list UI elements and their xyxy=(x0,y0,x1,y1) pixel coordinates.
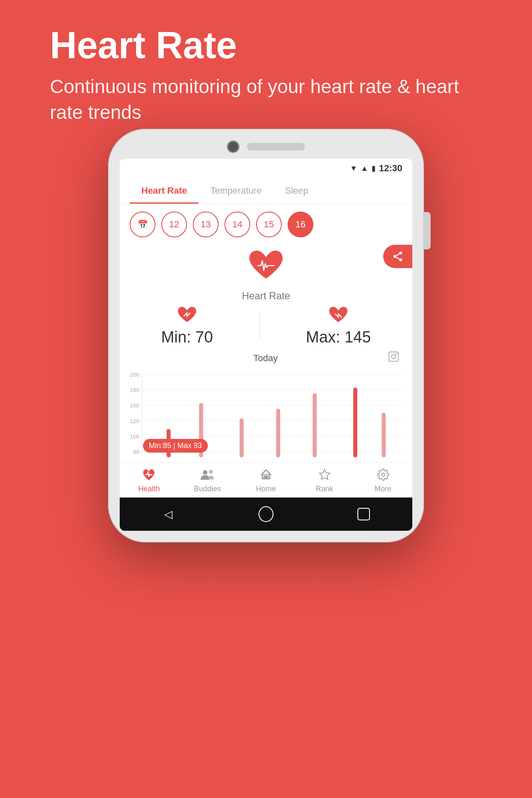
hero-subtitle: Continuous monitoring of your heart rate… xyxy=(50,74,482,125)
phone-screen: ▼ ▲ ▮ 12:30 Heart Rate Temperature Sleep xyxy=(120,159,412,531)
svg-marker-31 xyxy=(319,470,330,480)
status-bar: ▼ ▲ ▮ 12:30 xyxy=(120,159,412,178)
rank-label: Rank xyxy=(316,485,333,493)
recents-square xyxy=(357,508,370,520)
android-nav-bar: ◁ xyxy=(120,498,412,531)
svg-point-32 xyxy=(382,473,385,476)
signal-icon: ▲ xyxy=(361,164,368,173)
nav-more[interactable]: More xyxy=(354,463,412,498)
tab-heart-rate[interactable]: Heart Rate xyxy=(130,178,199,204)
min-max-divider xyxy=(259,312,260,341)
health-icon xyxy=(142,468,156,483)
svg-point-28 xyxy=(203,470,207,475)
buddies-label: Buddies xyxy=(194,485,221,493)
home-button[interactable] xyxy=(259,507,273,522)
bottom-nav: Health Buddies xyxy=(120,462,412,498)
hero-title: Heart Rate xyxy=(50,25,482,66)
svg-text:160: 160 xyxy=(130,402,140,409)
chart-export-icon[interactable] xyxy=(387,350,400,366)
svg-text:200: 200 xyxy=(130,372,140,378)
phone-shell: ▼ ▲ ▮ 12:30 Heart Rate Temperature Sleep xyxy=(108,129,424,542)
svg-text:180: 180 xyxy=(130,387,140,393)
min-heart-icon xyxy=(177,306,197,328)
recents-button[interactable] xyxy=(356,507,371,522)
speaker xyxy=(247,143,305,150)
nav-health[interactable]: Health xyxy=(120,463,178,498)
max-value: Max: 145 xyxy=(306,328,371,346)
phone-top-hardware xyxy=(120,140,412,153)
max-heart-icon xyxy=(328,306,349,328)
home-label: Home xyxy=(256,485,276,493)
more-label: More xyxy=(374,485,392,493)
nav-buddies[interactable]: Buddies xyxy=(178,463,237,498)
front-camera xyxy=(227,140,239,153)
phone-mockup: ▼ ▲ ▮ 12:30 Heart Rate Temperature Sleep xyxy=(108,129,424,542)
home-icon xyxy=(259,468,273,483)
more-icon xyxy=(376,468,390,483)
heart-rate-label: Heart Rate xyxy=(242,290,290,302)
svg-point-29 xyxy=(209,470,213,474)
hero-section: Heart Rate Continuous monitoring of your… xyxy=(50,25,482,125)
chart-spacer xyxy=(132,353,144,363)
date-12[interactable]: 12 xyxy=(161,212,187,237)
chart-header: Today xyxy=(128,350,404,366)
clock: 12:30 xyxy=(379,163,402,174)
date-15[interactable]: 15 xyxy=(256,212,282,237)
buddies-icon xyxy=(200,468,215,483)
svg-line-3 xyxy=(396,257,399,259)
date-row: 📅 12 13 14 15 16 xyxy=(120,204,412,245)
min-max-row: Min: 70 Max: xyxy=(130,306,402,346)
chart-today-label: Today xyxy=(254,353,278,364)
svg-line-7 xyxy=(396,353,397,355)
svg-text:80: 80 xyxy=(133,449,140,455)
calendar-button[interactable]: 📅 xyxy=(130,212,155,237)
tab-bar: Heart Rate Temperature Sleep xyxy=(120,178,412,204)
heart-rate-icon xyxy=(247,249,285,287)
date-16[interactable]: 16 xyxy=(288,212,313,237)
wifi-icon: ▼ xyxy=(350,164,357,173)
rank-icon xyxy=(318,468,332,483)
chart-tooltip: Min:85 | Max 93 xyxy=(143,439,208,453)
svg-text:120: 120 xyxy=(130,418,140,424)
battery-icon: ▮ xyxy=(372,164,376,173)
status-icons: ▼ ▲ ▮ 12:30 xyxy=(350,163,402,174)
min-block: Min: 70 xyxy=(161,306,213,346)
date-13[interactable]: 13 xyxy=(193,212,219,237)
share-button[interactable] xyxy=(383,245,412,268)
heart-rate-display: Heart Rate Min: 70 xyxy=(120,245,412,350)
svg-point-0 xyxy=(399,251,402,254)
svg-line-4 xyxy=(396,254,399,256)
power-button xyxy=(424,212,431,249)
tab-sleep[interactable]: Sleep xyxy=(273,178,320,204)
svg-point-1 xyxy=(394,255,397,258)
svg-point-2 xyxy=(399,259,402,261)
chart-container: 200 180 160 120 100 80 xyxy=(128,369,404,462)
svg-text:100: 100 xyxy=(130,433,140,440)
back-button[interactable]: ◁ xyxy=(161,507,176,522)
nav-rank[interactable]: Rank xyxy=(295,463,354,498)
date-14[interactable]: 14 xyxy=(224,212,250,237)
tab-temperature[interactable]: Temperature xyxy=(199,178,273,204)
svg-rect-30 xyxy=(264,476,268,479)
svg-point-6 xyxy=(392,355,396,359)
nav-home[interactable]: Home xyxy=(237,463,296,498)
health-label: Health xyxy=(138,485,160,493)
min-value: Min: 70 xyxy=(161,328,213,346)
home-circle xyxy=(259,506,273,522)
max-block: Max: 145 xyxy=(306,306,371,346)
chart-area: Today 200 180 160 xyxy=(120,350,412,462)
